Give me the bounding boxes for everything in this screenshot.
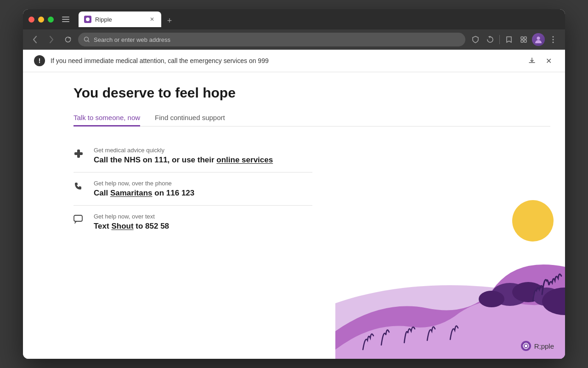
nav-tabs: Talk to someone, now Find continued supp…	[74, 110, 550, 126]
list-item: Get help now, over text Text Shout to 85…	[74, 206, 312, 238]
support-list: Get medical advice quickly Call the NHS …	[74, 139, 550, 238]
close-window-button[interactable]	[28, 17, 34, 23]
main-area: You deserve to feel hope Talk to someone…	[23, 72, 565, 359]
phone-icon	[74, 182, 85, 193]
minimize-window-button[interactable]	[38, 17, 44, 23]
banner-actions: ✕	[526, 55, 554, 66]
text-section: You deserve to feel hope Talk to someone…	[23, 72, 565, 238]
svg-point-13	[553, 42, 554, 43]
reload-button[interactable]	[62, 33, 74, 46]
svg-point-11	[553, 36, 554, 38]
svg-point-4	[86, 17, 90, 21]
svg-point-31	[525, 345, 527, 347]
download-banner-button[interactable]	[526, 55, 537, 66]
medical-cross-icon	[74, 149, 85, 161]
close-banner-button[interactable]: ✕	[543, 55, 554, 66]
toolbar-divider	[499, 35, 500, 44]
svg-point-12	[553, 39, 554, 40]
tab-favicon	[84, 16, 91, 23]
list-item: Get help now, over the phone Call Samari…	[74, 172, 312, 206]
address-bar-text: Search or enter web address	[94, 36, 460, 43]
bookmark-icon[interactable]	[503, 33, 515, 46]
traffic-lights	[28, 17, 54, 23]
new-tab-button[interactable]: +	[163, 14, 176, 27]
forward-button[interactable]	[45, 33, 58, 46]
svg-rect-8	[521, 40, 523, 42]
page-content: ! If you need immediate medical attentio…	[23, 50, 565, 359]
window-controls	[59, 13, 72, 26]
list-item: Get medical advice quickly Call the NHS …	[74, 139, 312, 172]
tabs-area: Ripple ✕ +	[79, 12, 560, 27]
tab-title-text: Ripple	[95, 16, 145, 23]
support-action-text: Call the NHS on 111, or use their online…	[94, 155, 312, 165]
svg-rect-1	[62, 19, 69, 20]
extensions-icon[interactable]	[517, 33, 530, 46]
profile-avatar[interactable]	[532, 33, 545, 46]
emergency-text: If you need immediate medical attention,…	[51, 57, 521, 64]
svg-rect-9	[524, 40, 526, 42]
support-action-prefix: Text	[94, 222, 111, 230]
support-action-prefix: Call the NHS on 111, or use their	[94, 155, 216, 164]
support-label: Get medical advice quickly	[94, 147, 312, 154]
back-button[interactable]	[28, 33, 41, 46]
active-tab[interactable]: Ripple ✕	[79, 12, 161, 27]
toolbar-actions	[469, 33, 560, 46]
svg-point-10	[537, 37, 540, 40]
support-label: Get help now, over the phone	[94, 180, 312, 187]
svg-rect-7	[524, 37, 526, 39]
browser-window: Ripple ✕ + Search or enter web address	[23, 9, 565, 359]
support-action-prefix: Call	[94, 189, 110, 197]
support-item-content: Get help now, over the phone Call Samari…	[94, 180, 312, 198]
support-action-text: Call Samaritans on 116 123	[94, 189, 312, 198]
ripple-logo-icon	[520, 340, 531, 351]
chat-icon	[74, 215, 85, 226]
svg-rect-15	[74, 152, 83, 155]
address-bar[interactable]: Search or enter web address	[78, 33, 465, 46]
menu-icon[interactable]	[547, 33, 560, 46]
support-action-suffix: to 852 58	[134, 222, 170, 230]
tab-talk-to-someone[interactable]: Talk to someone, now	[74, 110, 140, 126]
nhs-online-services-link[interactable]: online services	[216, 155, 273, 164]
sidebar-toggle-button[interactable]	[59, 13, 72, 26]
tab-close-button[interactable]: ✕	[148, 16, 156, 23]
shield-icon[interactable]	[469, 33, 482, 46]
emergency-icon: !	[34, 55, 45, 66]
maximize-window-button[interactable]	[48, 17, 54, 23]
tab-find-support[interactable]: Find continued support	[155, 110, 225, 126]
svg-rect-6	[521, 37, 523, 39]
svg-rect-16	[74, 215, 82, 221]
svg-point-21	[479, 291, 504, 307]
support-item-content: Get medical advice quickly Call the NHS …	[94, 147, 312, 165]
support-action-text: Text Shout to 852 58	[94, 222, 312, 231]
support-action-suffix: on 116 123	[153, 189, 195, 197]
refresh-icon[interactable]	[484, 33, 497, 46]
svg-rect-2	[62, 21, 69, 22]
emergency-banner: ! If you need immediate medical attentio…	[23, 50, 565, 72]
ripple-brand: R;pple	[520, 340, 554, 351]
support-label: Get help now, over text	[94, 213, 312, 220]
toolbar: Search or enter web address	[23, 29, 565, 50]
page-heading: You deserve to feel hope	[74, 85, 550, 101]
title-bar: Ripple ✕ +	[23, 9, 565, 29]
samaritans-link[interactable]: Samaritans	[110, 189, 153, 197]
ripple-label: R;pple	[534, 342, 554, 350]
shout-link[interactable]: Shout	[111, 222, 133, 230]
svg-rect-0	[62, 17, 69, 17]
support-item-content: Get help now, over text Text Shout to 85…	[94, 213, 312, 231]
search-icon	[84, 36, 90, 43]
